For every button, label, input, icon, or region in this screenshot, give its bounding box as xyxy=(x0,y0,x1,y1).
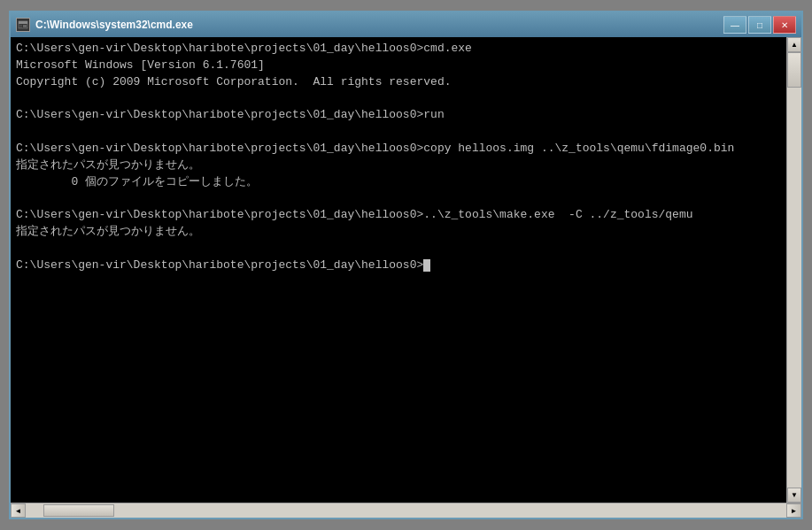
svg-rect-1 xyxy=(19,21,27,24)
svg-rect-4 xyxy=(23,25,27,27)
window-icon xyxy=(16,18,30,32)
scroll-left-button[interactable]: ◄ xyxy=(11,503,26,518)
window-body: C:\Users\gen-vir\Desktop\haribote\projec… xyxy=(11,37,801,518)
svg-rect-3 xyxy=(19,27,22,27)
scroll-right-button[interactable]: ► xyxy=(786,503,801,518)
maximize-button[interactable]: □ xyxy=(748,16,771,34)
cursor xyxy=(423,259,430,272)
vertical-scrollbar[interactable]: ▲ ▼ xyxy=(786,37,801,503)
minimize-button[interactable]: — xyxy=(723,16,746,34)
h-scroll-thumb[interactable] xyxy=(43,504,114,517)
horizontal-scrollbar[interactable]: ◄ ► xyxy=(11,503,801,518)
scrollbar-area: C:\Users\gen-vir\Desktop\haribote\projec… xyxy=(11,37,801,503)
h-scroll-track[interactable] xyxy=(26,503,786,518)
close-button[interactable]: ✕ xyxy=(773,16,796,34)
titlebar[interactable]: C:\Windows\system32\cmd.exe — □ ✕ xyxy=(11,12,801,37)
svg-rect-2 xyxy=(19,25,22,26)
window-title: C:\Windows\system32\cmd.exe xyxy=(35,19,723,31)
scroll-thumb[interactable] xyxy=(787,52,801,88)
scroll-up-button[interactable]: ▲ xyxy=(787,37,801,52)
terminal-output[interactable]: C:\Users\gen-vir\Desktop\haribote\projec… xyxy=(11,37,786,503)
cmd-window: C:\Windows\system32\cmd.exe — □ ✕ C:\Use… xyxy=(9,11,803,519)
window-controls: — □ ✕ xyxy=(723,16,796,34)
scroll-track[interactable] xyxy=(787,52,801,488)
scroll-down-button[interactable]: ▼ xyxy=(787,488,801,503)
